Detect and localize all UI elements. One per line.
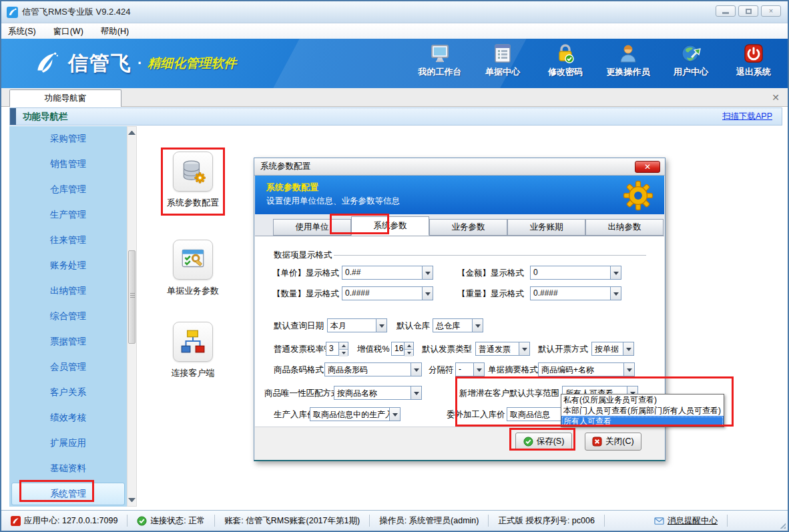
user-center-icon [680,43,702,64]
outsource-price-combo[interactable]: 取商品信息 [507,407,564,421]
tab-system-params[interactable]: 系统参数 [351,216,429,236]
scrollbar-thumb[interactable] [128,250,136,344]
toolbar-label: 修改密码 [548,66,583,78]
billing-mode-label: 默认开票方式 [538,344,588,355]
tab-company-info[interactable]: 使用单位 [273,219,351,236]
tab-business-params[interactable]: 业务参数 [429,219,507,236]
warehouse-label: 默认仓库 [397,320,430,332]
toolbar-document-center[interactable]: 单据中心 [478,43,527,78]
vat-label: 增值税% [357,344,390,355]
tab-cashier-params[interactable]: 出纳参数 [585,219,664,236]
maximize-button[interactable] [738,5,758,17]
shortcut-label: 连接客户端 [156,367,230,379]
resize-grip[interactable] [779,522,786,529]
dialog-footer: 保存(S) 关闭(C) [255,427,664,459]
sidebar-item-bills[interactable]: 票据管理 [9,329,127,354]
menu-help[interactable]: 帮助(H) [101,26,129,37]
weight-format-combo[interactable]: 0.#### [530,286,621,300]
tab-close-icon[interactable]: ✕ [772,92,780,103]
sidebar-item-cashier[interactable]: 出纳管理 [9,278,127,304]
toolbar-change-password[interactable]: 修改密码 [541,43,590,78]
doc-business-params-icon [173,240,213,280]
scroll-up-icon[interactable] [128,131,136,135]
sidebar-item-warehouse[interactable]: 仓库管理 [9,177,127,202]
sidebar-item-basedata[interactable]: 基础资料 [9,456,127,481]
dropdown-option-private[interactable]: 私有(仅所属业务员可查看) [561,394,724,405]
toolbar-exit-system[interactable]: 退出系统 [729,43,778,78]
dropdown-option-department[interactable]: 本部门人员可查看(所属部门所有人员可查看) [561,405,724,416]
chevron-down-icon [610,287,621,300]
dialog-close-button[interactable]: ✕ [635,161,660,173]
tab-business-period[interactable]: 业务账期 [507,219,585,236]
shortcut-system-params[interactable]: 系统参数配置 [156,152,230,209]
shortcut-doc-business-params[interactable]: 单据业务参数 [156,240,230,297]
status-operator: 操作员: 系统管理员(admin) [370,515,489,527]
close-dialog-button[interactable]: 关闭(C) [585,433,641,451]
dialog-title-bar[interactable]: 系统参数配置 ✕ [254,158,665,176]
exit-system-icon [743,43,764,64]
download-app-link[interactable]: 扫描下载APP [722,111,772,122]
scroll-down-icon[interactable] [128,498,136,502]
barcode-format-label: 商品条码格式 [274,364,324,376]
chevron-down-icon [411,386,421,399]
invoice-type-combo[interactable]: 普通发票 [475,342,530,356]
quantity-format-combo[interactable]: 0.#### [342,286,433,300]
unit-price-format-combo[interactable]: 0.## [342,266,433,280]
separator-combo[interactable]: - [455,362,485,376]
sidebar-item-sales[interactable]: 销售管理 [9,152,127,177]
status-account-set: 账套: 信管飞RMS账套(2017年第1期) [215,515,370,527]
toolbar-label: 用户中心 [674,66,708,78]
toolbar-workbench[interactable]: 我的工作台 [415,43,465,78]
toolbar-switch-operator[interactable]: 更换操作员 [603,43,653,78]
chevron-down-icon [389,408,400,421]
menu-window[interactable]: 窗口(W) [53,26,83,37]
quick-toolbar: 我的工作台 单据中心 修改密码 更换操作员 用户中心 退出系统 [415,43,778,78]
production-price-combo[interactable]: 取商品信息中的生产入库价 [310,407,401,421]
weight-format-label: 【重量】显示格式 [457,288,524,300]
sidebar-scrollbar[interactable] [127,126,137,507]
menu-system[interactable]: 系统(S) [8,26,36,37]
toolbar-user-center[interactable]: 用户中心 [666,43,716,78]
chevron-down-icon [472,319,483,332]
sidebar-item-accounting[interactable]: 账务处理 [9,253,127,278]
unique-match-combo[interactable]: 按商品名称 [334,386,422,400]
nav-header: 功能导航栏 扫描下载APP [9,107,782,125]
warehouse-combo[interactable]: 总仓库 [433,318,483,332]
close-button[interactable]: × [761,5,781,17]
dropdown-option-everyone[interactable]: 所有人可查看 [561,416,724,427]
sidebar-item-extensions[interactable]: 扩展应用 [9,431,127,456]
toolbar-label: 我的工作台 [419,66,462,78]
sidebar-item-performance[interactable]: 绩效考核 [9,405,127,431]
invoice-rate-spinner[interactable]: 3 [326,342,348,356]
save-button[interactable]: 保存(S) [515,433,572,451]
chevron-down-icon [422,266,433,279]
toolbar-label: 更换操作员 [607,66,650,78]
sidebar-item-purchase[interactable]: 采购管理 [9,126,127,152]
change-password-icon [555,43,576,64]
vat-spinner[interactable]: 16 [391,342,414,356]
barcode-format-combo[interactable]: 商品条形码 [324,362,422,376]
sidebar-item-system[interactable]: 系统管理 [11,483,125,505]
window-title: 信管飞RMS专业版 V9.2.424 [22,6,131,18]
billing-mode-combo[interactable]: 按单据 [591,342,634,356]
sidebar-item-contacts[interactable]: 往来管理 [9,228,127,253]
query-date-combo[interactable]: 本月 [327,318,387,332]
minimize-button[interactable] [716,5,736,17]
group-title: 数据项显示格式 [274,250,332,261]
sidebar-item-crm[interactable]: 客户关系 [9,380,127,405]
group-divider [334,255,646,256]
summary-format-combo[interactable]: 商品编码+名称 [538,362,635,376]
summary-format-label: 单据摘要格式 [488,364,538,376]
amount-format-combo[interactable]: 0 [530,266,621,280]
shortcut-connect-client[interactable]: 连接客户端 [156,322,230,379]
chevron-down-icon [623,363,634,376]
tab-nav-window[interactable]: 功能导航窗 [9,89,121,107]
brand-name: 信管飞 [68,50,132,77]
status-bar: 应用中心: 127.0.0.1:7099 连接状态: 正常 账套: 信管飞RMS… [1,510,788,531]
sidebar-item-general[interactable]: 综合管理 [9,304,127,329]
sidebar-item-members[interactable]: 会员管理 [9,354,127,380]
chevron-down-icon [473,363,484,376]
status-message-center[interactable]: 消息提醒中心 [645,515,728,527]
sidebar-item-production[interactable]: 生产管理 [9,202,127,228]
switch-operator-icon [617,43,639,64]
